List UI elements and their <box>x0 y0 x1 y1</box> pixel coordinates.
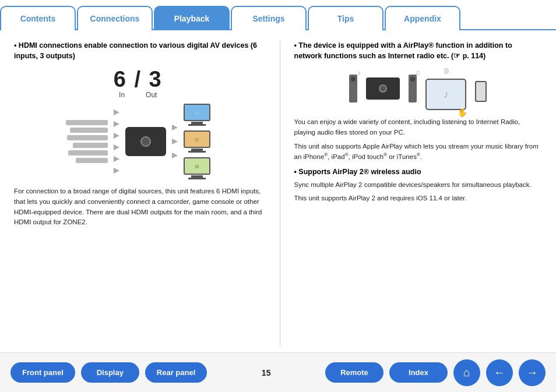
airplay-receiver <box>366 77 400 100</box>
tv-screen-3: ▤ <box>184 157 210 175</box>
rear-panel-button[interactable]: Rear panel <box>145 362 207 383</box>
remote-button[interactable]: Remote <box>325 362 383 383</box>
left-speaker-group: ♪ <box>349 75 357 103</box>
left-body-text: For connection to a broad range of digit… <box>14 186 262 228</box>
hand-icon: ✋ <box>458 108 467 117</box>
arrow-out-3 <box>172 153 178 158</box>
tv-1: ▤ <box>184 104 210 126</box>
airplay2-sub-title: Supports AirPlay 2® wireless audio <box>294 167 543 178</box>
tv-2: ▤ <box>184 130 210 153</box>
top-navigation: Contents Connections Playback Settings T… <box>0 0 556 30</box>
input-devices <box>66 120 108 163</box>
right-body-text-2: This unit also supports Apple AirPlay wh… <box>294 142 543 163</box>
tab-tips[interactable]: Tips <box>308 6 383 30</box>
right-body-text-1: You can enjoy a wide variety of content,… <box>294 117 543 138</box>
back-icon: ← <box>494 366 505 379</box>
tv-3: ▤ <box>184 157 210 179</box>
front-panel-button[interactable]: Front panel <box>10 362 75 383</box>
airplay-diagram: ♪ ♫ ))) <box>294 67 543 110</box>
home-button[interactable]: ⌂ <box>453 359 480 386</box>
music-note-2: ♫ <box>415 69 420 77</box>
arrow-out-1 <box>172 125 178 130</box>
tv-base-2 <box>188 151 206 153</box>
arrows-out <box>172 125 178 158</box>
receiver-lens <box>140 136 151 147</box>
signal-waves: ))) <box>444 67 448 74</box>
phone <box>475 81 487 102</box>
tab-contents[interactable]: Contents <box>0 6 76 30</box>
airplay-receiver-lens <box>379 84 387 93</box>
tablet: ♪ ✋ <box>425 79 466 110</box>
forward-button[interactable]: → <box>519 359 546 386</box>
tab-playback[interactable]: Playback <box>154 6 230 30</box>
right-speaker <box>409 75 417 103</box>
hdmi-diagram: ▤ ▤ ▤ <box>14 104 262 179</box>
airplay2-body-1: Sync multiple AirPlay 2 compatible devic… <box>294 180 543 190</box>
tab-appendix[interactable]: Appendix <box>385 6 460 30</box>
speaker-woofer-2 <box>410 77 415 82</box>
tv-screen-2: ▤ <box>184 130 210 148</box>
airplay2-body-2: This unit supports AirPlay 2 and require… <box>294 193 543 204</box>
bottom-bar: Front panel Display Rear panel 15 Remote… <box>0 352 556 392</box>
right-speaker-group: ♫ <box>409 75 417 103</box>
hdmi-bullet-title: HDMI connections enable connection to va… <box>14 41 262 61</box>
output-devices: ▤ ▤ ▤ <box>184 104 210 179</box>
wifi-tablet-group: ))) ♪ ✋ <box>425 67 466 110</box>
signal-arcs: ))) <box>444 67 448 74</box>
left-column: HDMI connections enable connection to va… <box>14 41 262 347</box>
input-device-6 <box>76 158 108 163</box>
tv-base-1 <box>188 124 206 126</box>
arrows-in <box>114 110 119 174</box>
speaker-woofer-1 <box>351 77 356 82</box>
tab-settings[interactable]: Settings <box>231 6 307 30</box>
page-number: 15 <box>213 368 319 377</box>
input-device-2 <box>70 128 108 133</box>
airplay-bullet-title: The device is equipped with a AirPlay® f… <box>294 41 543 61</box>
display-button[interactable]: Display <box>81 362 139 383</box>
hdmi-io-labels: In Out <box>14 91 262 99</box>
main-content: HDMI connections enable connection to va… <box>0 30 556 352</box>
receiver-box <box>125 127 166 156</box>
tablet-music-icon: ♪ <box>444 89 449 101</box>
hdmi-count-display: 6 / 3 In Out <box>14 67 262 99</box>
music-note-1: ♪ <box>357 69 361 77</box>
right-column: The device is equipped with a AirPlay® f… <box>280 41 543 347</box>
tv-base-3 <box>188 178 206 179</box>
input-device-4 <box>73 143 108 148</box>
left-speaker <box>349 75 357 103</box>
input-device-1 <box>66 120 108 125</box>
input-device-5 <box>68 150 108 156</box>
arrow-in-5 <box>114 156 119 162</box>
forward-icon: → <box>526 366 538 379</box>
arrow-out-2 <box>172 139 178 144</box>
index-button[interactable]: Index <box>389 362 448 383</box>
arrow-in-4 <box>114 144 119 150</box>
input-device-3 <box>67 135 108 140</box>
arrow-in-1 <box>114 110 119 115</box>
arrow-in-3 <box>114 133 119 139</box>
tab-connections[interactable]: Connections <box>77 6 153 30</box>
arrow-in-6 <box>114 168 119 174</box>
arrow-in-2 <box>114 121 119 127</box>
back-button[interactable]: ← <box>486 359 513 386</box>
tv-screen-1: ▤ <box>184 104 210 121</box>
home-icon: ⌂ <box>463 366 470 379</box>
